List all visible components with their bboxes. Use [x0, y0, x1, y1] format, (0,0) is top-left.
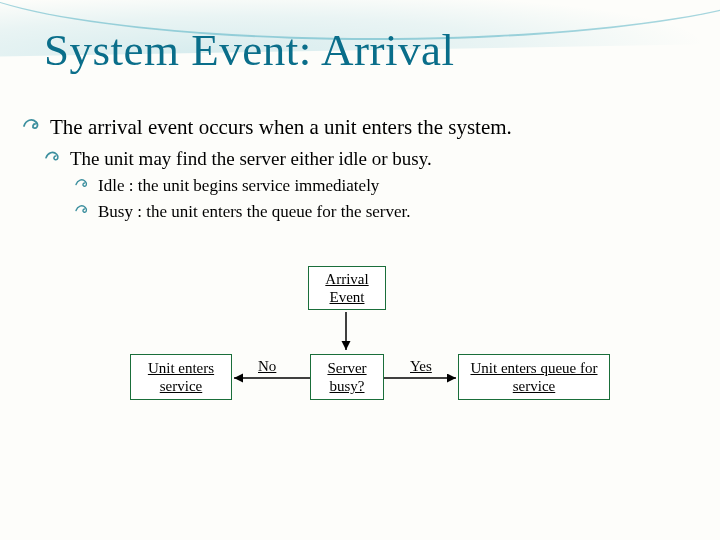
- bullet-level-3: Busy : the unit enters the queue for the…: [74, 202, 698, 222]
- swirl-bullet-icon: [22, 115, 44, 133]
- swirl-bullet-icon: [44, 148, 64, 164]
- box-text: Unit enters queue for service: [465, 359, 603, 395]
- content-area: The arrival event occurs when a unit ent…: [22, 115, 698, 228]
- box-text: Arrival Event: [315, 270, 379, 306]
- flowchart: Arrival Event Server busy? Unit enters s…: [0, 258, 720, 458]
- bullet-text: The arrival event occurs when a unit ent…: [50, 115, 512, 140]
- box-text: Server busy?: [317, 359, 377, 395]
- swirl-bullet-icon: [74, 202, 92, 216]
- flowchart-box-unit-enters-queue: Unit enters queue for service: [458, 354, 610, 400]
- box-text: Unit enters service: [137, 359, 225, 395]
- flowchart-label-no: No: [258, 358, 276, 375]
- bullet-text: Busy : the unit enters the queue for the…: [98, 202, 411, 222]
- slide-title: System Event: Arrival: [44, 24, 454, 76]
- flowchart-box-decision: Server busy?: [310, 354, 384, 400]
- flowchart-box-unit-enters-service: Unit enters service: [130, 354, 232, 400]
- flowchart-box-arrival-event: Arrival Event: [308, 266, 386, 310]
- bullet-text: The unit may find the server either idle…: [70, 148, 432, 170]
- flowchart-label-yes: Yes: [410, 358, 432, 375]
- bullet-level-3: Idle : the unit begins service immediate…: [74, 176, 698, 196]
- bullet-text: Idle : the unit begins service immediate…: [98, 176, 379, 196]
- bullet-level-2: The unit may find the server either idle…: [44, 148, 698, 170]
- swirl-bullet-icon: [74, 176, 92, 190]
- bullet-level-1: The arrival event occurs when a unit ent…: [22, 115, 698, 140]
